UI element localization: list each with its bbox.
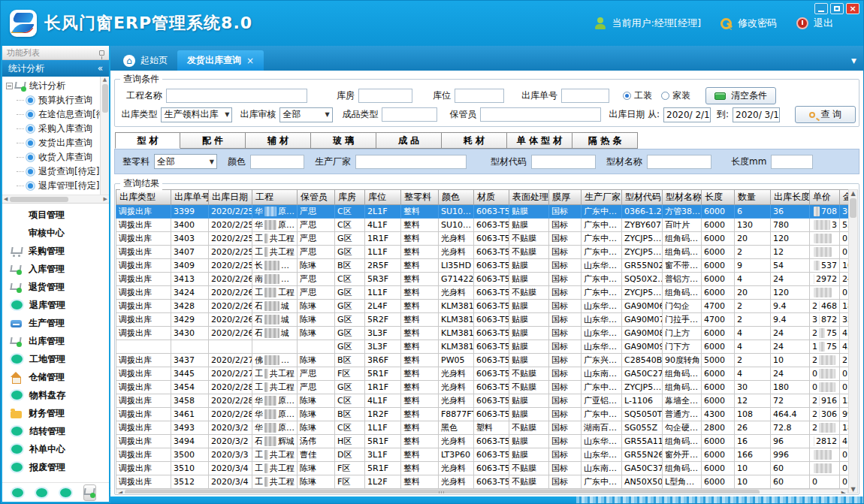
project-name-input[interactable] bbox=[166, 89, 307, 103]
column-header-surf[interactable]: 表面处理 bbox=[509, 189, 549, 205]
column-header-outlen[interactable]: 出库长度 bbox=[771, 189, 810, 205]
material-tab[interactable]: 隔 热 条 bbox=[572, 132, 638, 149]
column-header-color[interactable]: 颜色 bbox=[439, 189, 474, 205]
collapse-icon[interactable]: « bbox=[98, 63, 103, 74]
column-header-loc[interactable]: 库位 bbox=[365, 189, 401, 205]
table-row[interactable]: 调拨出库34302020/2/26石城陈琳G区3L3F整料KLM38176063… bbox=[116, 327, 848, 340]
table-horizontal-scrollbar[interactable]: ◀ ▶ bbox=[116, 489, 848, 493]
audit-select[interactable]: 全部▼ bbox=[279, 107, 332, 122]
column-header-len[interactable]: 长度 bbox=[702, 189, 735, 205]
column-header-film[interactable]: 膜厚 bbox=[549, 189, 582, 205]
table-row[interactable]: 调拨出库34002020/2/25华原…严思C区4L1F整料SU10…6063-… bbox=[116, 219, 848, 232]
table-row[interactable]: 调拨出库34542020/2/28工共工程严思G区1R1F整料光身料6063-T… bbox=[116, 381, 848, 394]
clear-conditions-button[interactable]: 清空条件 bbox=[705, 87, 776, 104]
color-input[interactable] bbox=[250, 155, 304, 169]
scroll-up-icon[interactable]: ▲ bbox=[850, 190, 855, 197]
tree-item[interactable]: 在途信息查询[待 bbox=[6, 107, 98, 122]
pin-icon[interactable] bbox=[99, 50, 104, 56]
material-tab[interactable]: 成 品 bbox=[376, 132, 442, 149]
scroll-right-icon[interactable]: ▶ bbox=[841, 490, 846, 493]
tree-item[interactable]: 退库管理[待定] bbox=[6, 179, 98, 193]
column-header-mat[interactable]: 材质 bbox=[474, 189, 509, 205]
tab-list-dropdown-icon[interactable]: ▼ bbox=[851, 57, 856, 65]
table-row[interactable]: 调拨出库34372020/2/27佛…陈琳B区3R6F整料PW056063-T5… bbox=[116, 354, 848, 367]
maximize-button[interactable] bbox=[830, 3, 844, 14]
material-tab[interactable]: 型 材 bbox=[115, 132, 180, 149]
minimize-button[interactable] bbox=[814, 3, 828, 14]
material-tab[interactable]: 辅 材 bbox=[246, 132, 311, 149]
cart-module-button[interactable] bbox=[83, 484, 96, 501]
scroll-right-icon[interactable]: ▶ bbox=[104, 196, 107, 202]
table-row[interactable]: 调拨出库34132020/2/26南…严思C区5R3F整料G714226063-… bbox=[116, 273, 848, 286]
sidebar-item-home-orange[interactable]: 仓储管理 bbox=[2, 368, 109, 386]
table-row[interactable]: 调拨出库34032020/2/25工共工程严思G区1R1F整料光身料6063-T… bbox=[116, 232, 848, 246]
sidebar-item-folder-yellow[interactable]: 财务管理 bbox=[2, 404, 109, 422]
sidebar-item-cart-green[interactable]: 退货管理 bbox=[2, 278, 109, 296]
tree-vertical-scrollbar[interactable]: ▲ bbox=[100, 77, 109, 195]
sidebar-item-dot-green[interactable]: 补单中心 bbox=[2, 440, 109, 458]
tree-item[interactable]: 采购入库查询 bbox=[6, 122, 98, 136]
table-vertical-scrollbar[interactable]: ▲ ▼ bbox=[848, 189, 858, 493]
tree-root-item[interactable]: 统计分析 bbox=[6, 79, 98, 93]
sidebar-item-cart-green[interactable]: 出库管理 bbox=[2, 332, 109, 350]
sidebar-item-dot-green[interactable]: 结转管理 bbox=[2, 422, 109, 440]
sidebar-item-cart-green[interactable]: 入库管理 bbox=[2, 260, 109, 278]
logout-button[interactable]: 退出 bbox=[796, 17, 833, 30]
profile-code-input[interactable] bbox=[531, 155, 596, 169]
table-row[interactable]: 调拨出库34242020/2/26工工程严思G区1L1F整料光身料6063-T5… bbox=[116, 286, 848, 300]
module-dot-icon[interactable] bbox=[12, 488, 23, 497]
column-header-zl[interactable]: 整零料 bbox=[401, 189, 439, 205]
tree-item[interactable]: 发货出库查询 bbox=[6, 136, 98, 150]
scroll-left-icon[interactable]: ◀ bbox=[4, 196, 8, 202]
tree-scroll-thumb[interactable] bbox=[102, 84, 108, 113]
radio-home-install[interactable] bbox=[661, 92, 669, 100]
keeper-input[interactable] bbox=[480, 107, 601, 122]
table-row[interactable]: 调拨出库34582020/2/28华原…陈琳C区4L1F整料光身料6063-T5… bbox=[116, 394, 848, 408]
scroll-down-icon[interactable]: ▼ bbox=[850, 486, 855, 493]
column-header-maker[interactable]: 生产厂家 bbox=[582, 189, 622, 205]
tab-shipment-query[interactable]: 发货出库查询 × bbox=[177, 50, 264, 71]
profile-name-input[interactable] bbox=[647, 155, 711, 169]
vscroll-thumb[interactable] bbox=[850, 198, 856, 218]
order-no-input[interactable] bbox=[561, 89, 609, 103]
material-tab[interactable]: 单 体 型 材 bbox=[507, 132, 572, 149]
table-row[interactable]: 调拨出库35122020/3/4工共工程陈琳F区1L2F整料光身料6063-T5… bbox=[116, 475, 848, 489]
table-row[interactable]: G区3L3F整料KLM38176063-T5贴膜国标山东华…GA90M09.门下… bbox=[116, 340, 848, 354]
sidebar-item-dot-green[interactable]: 工地管理 bbox=[2, 350, 109, 368]
column-header-price[interactable]: 单价 bbox=[810, 189, 840, 205]
column-header-no[interactable]: 出库单号 bbox=[171, 189, 209, 205]
tree-item[interactable]: 预算执行查询 bbox=[6, 93, 98, 107]
sidebar-item-dot-green[interactable]: 物料盘存 bbox=[2, 386, 109, 404]
table-row[interactable]: 调拨出库34282020/2/26石城陈琳G区2L4F整料KLM38176063… bbox=[116, 300, 848, 313]
table-row[interactable]: 调拨出库33992020/2/25华原…严思C区2L1F整料SU10…6063-… bbox=[116, 205, 848, 219]
radio-work-install[interactable] bbox=[623, 92, 631, 100]
maker-input[interactable] bbox=[355, 155, 467, 169]
scroll-up-icon[interactable]: ▲ bbox=[103, 77, 107, 83]
whole-piece-select[interactable]: 全部▼ bbox=[154, 154, 217, 169]
hscroll-thumb[interactable] bbox=[125, 490, 760, 493]
material-tab[interactable]: 耗 材 bbox=[442, 132, 507, 149]
tree-item[interactable]: 收货入库查询 bbox=[6, 150, 98, 164]
sidebar-item-cart-gray[interactable]: 采购管理 bbox=[2, 242, 109, 260]
column-header-amt[interactable]: 金 bbox=[840, 189, 848, 205]
warehouse-input[interactable] bbox=[358, 89, 412, 103]
column-header-date[interactable]: 出库日期 bbox=[209, 189, 252, 205]
column-header-name[interactable]: 型材名称 bbox=[663, 189, 702, 205]
change-password-button[interactable]: 修改密码 bbox=[721, 17, 777, 30]
sidebar-item-clipboard-gray[interactable]: 审核中心 bbox=[2, 224, 109, 242]
tree-item[interactable]: 退货查询[待定] bbox=[6, 164, 98, 179]
tree-hscroll-thumb[interactable] bbox=[10, 197, 68, 202]
search-button[interactable]: 查 询 bbox=[795, 106, 856, 123]
column-header-type[interactable]: 出库类型 bbox=[116, 189, 171, 205]
column-header-keeper[interactable]: 保管员 bbox=[298, 189, 335, 205]
tree-horizontal-scrollbar[interactable]: ◀ ▶ bbox=[2, 195, 109, 204]
table-row[interactable]: 调拨出库35002020/3/3工共工程曹佳D区3L1F整料LT3P606063… bbox=[116, 448, 848, 462]
product-type-input[interactable] bbox=[382, 107, 437, 122]
tab-home[interactable]: ⌂ 起始页 bbox=[113, 50, 177, 71]
date-from-select[interactable]: 2020/ 2/16▼ bbox=[663, 107, 711, 122]
scroll-left-icon[interactable]: ◀ bbox=[118, 490, 122, 493]
table-row[interactable]: 调拨出库34612020/2/28华原…陈琳B区1R2F整料F8877FT606… bbox=[116, 408, 848, 421]
location-input[interactable] bbox=[455, 89, 504, 103]
sidebar-item-dot-green[interactable]: 报废管理 bbox=[2, 458, 109, 476]
table-row[interactable]: 调拨出库34452020/2/27工共工程严思F区5R1F整料光身料6063-T… bbox=[116, 367, 848, 381]
